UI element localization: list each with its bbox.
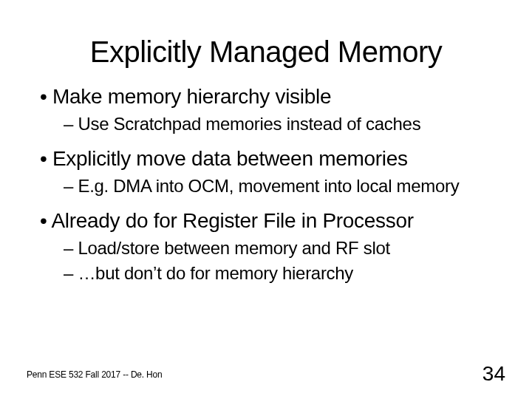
bullet-group: Already do for Register File in Processo… [40, 208, 502, 285]
bullet-text: …but don’t do for memory hierarchy [78, 263, 353, 283]
bullet-text: Already do for Register File in Processo… [51, 209, 413, 232]
bullet-level1: Explicitly move data between memories [40, 146, 502, 171]
bullet-level1: Make memory hierarchy visible [40, 83, 502, 109]
bullet-text: Make memory hierarchy visible [52, 85, 331, 108]
slide-number: 34 [482, 362, 505, 386]
bullet-level2: Use Scratchpad memories instead of cache… [64, 114, 502, 135]
bullet-level2: …but don’t do for memory hierarchy [64, 263, 502, 284]
bullet-text: Explicitly move data between memories [52, 147, 408, 170]
footer-left: Penn ESE 532 Fall 2017 -- De. Hon [27, 369, 163, 380]
bullet-text: Use Scratchpad memories instead of cache… [78, 114, 420, 134]
slide-body: Make memory hierarchy visible Use Scratc… [0, 83, 532, 284]
bullet-group: Make memory hierarchy visible Use Scratc… [40, 83, 502, 135]
slide-title: Explicitly Managed Memory [0, 0, 532, 83]
bullet-text: E.g. DMA into OCM, movement into local m… [78, 176, 459, 196]
bullet-level2: Load/store between memory and RF slot [64, 238, 502, 259]
bullet-level1: Already do for Register File in Processo… [40, 208, 502, 233]
bullet-level2: E.g. DMA into OCM, movement into local m… [64, 176, 502, 197]
slide: Explicitly Managed Memory Make memory hi… [0, 0, 532, 399]
bullet-group: Explicitly move data between memories E.… [40, 146, 502, 197]
bullet-text: Load/store between memory and RF slot [78, 238, 389, 258]
